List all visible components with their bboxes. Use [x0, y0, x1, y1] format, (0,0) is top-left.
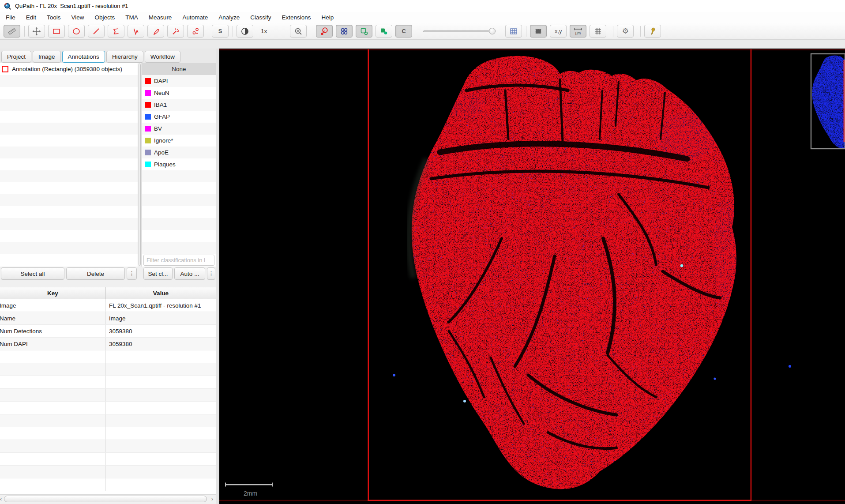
show-detections-button[interactable]	[356, 25, 372, 38]
pixel-classification-button[interactable]: C	[395, 25, 412, 38]
menu-measure[interactable]: Measure	[145, 12, 176, 23]
filter-classifications-input[interactable]	[143, 255, 214, 266]
kv-row[interactable]: Num Detections3059380	[0, 325, 216, 338]
menu-tools[interactable]: Tools	[43, 12, 65, 23]
measurement-table-button[interactable]	[505, 25, 522, 38]
class-row-apoe[interactable]: ApoE	[142, 147, 216, 158]
kv-value	[106, 376, 216, 388]
line-tool-button[interactable]	[88, 25, 105, 38]
annotation-scrollbar-thumb[interactable]	[139, 64, 141, 266]
show-grid-button[interactable]	[590, 25, 606, 38]
show-scalebar-button[interactable]: µm	[570, 25, 586, 38]
horizontal-scrollbar-thumb[interactable]	[4, 496, 207, 502]
panel-splitter[interactable]	[216, 49, 219, 504]
kv-row[interactable]: ImageFL 20x_Scan1.qptiff - resolution #1	[0, 299, 216, 312]
magnification-label: 1x	[261, 28, 267, 34]
scroll-right-arrow-icon[interactable]: ›	[210, 495, 215, 504]
wand-tool-button[interactable]	[167, 25, 184, 38]
kv-value	[106, 414, 216, 427]
move-tool-button[interactable]	[4, 25, 20, 38]
kv-key	[0, 402, 106, 414]
ruler-icon	[8, 27, 16, 36]
class-row-plaques[interactable]: Plaques	[142, 158, 216, 170]
class-row-iba1[interactable]: IBA1	[142, 99, 216, 111]
menu-tma[interactable]: TMA	[121, 12, 142, 23]
toolbar-separator	[233, 26, 233, 37]
viewer-canvas[interactable]: 2mm	[219, 49, 845, 504]
points-tool-button[interactable]	[187, 25, 204, 38]
kv-empty-row	[0, 350, 216, 363]
kv-empty-row	[0, 363, 216, 376]
tab-hierarchy[interactable]: Hierarchy	[106, 51, 143, 63]
class-row-neun[interactable]: NeuN	[142, 87, 216, 99]
measurement-map-icon	[534, 27, 543, 36]
menu-view[interactable]: View	[68, 12, 88, 23]
pan-tool-button[interactable]	[28, 25, 45, 38]
kv-key: Image	[0, 299, 106, 312]
empty-row	[142, 242, 216, 254]
empty-row	[0, 170, 138, 182]
menu-automate[interactable]: Automate	[178, 12, 212, 23]
class-row-bv[interactable]: BV	[142, 123, 216, 135]
horizontal-scrollbar[interactable]: ‹ ›	[0, 494, 216, 503]
menu-analyze[interactable]: Analyze	[214, 12, 244, 23]
scalebar-icon-um-label: µm	[575, 30, 581, 35]
annotation-list-scrollbar[interactable]	[138, 63, 142, 267]
action-button-row: Select all Delete ⋮ Set cl... Auto ... ⋮	[0, 267, 216, 281]
class-more-button[interactable]: ⋮	[207, 267, 215, 280]
class-row-dapi[interactable]: DAPI	[142, 75, 216, 87]
tab-image[interactable]: Image	[33, 51, 61, 63]
menu-objects[interactable]: Objects	[91, 12, 119, 23]
annotation-list-item[interactable]: Annotation (Rectangle) (3059380 objects)	[0, 63, 138, 75]
opacity-slider-thumb[interactable]	[489, 28, 496, 34]
kv-row[interactable]: Num DAPI3059380	[0, 338, 216, 350]
menu-edit[interactable]: Edit	[22, 12, 40, 23]
main-toolbar: S 1x	[0, 23, 845, 40]
menu-file[interactable]: File	[2, 12, 19, 23]
line-icon	[92, 27, 101, 36]
fill-detections-button[interactable]	[376, 25, 392, 38]
auto-set-button[interactable]: Auto ...	[174, 267, 205, 280]
polyline-tool-button[interactable]	[128, 25, 144, 38]
rectangle-tool-button[interactable]	[48, 25, 65, 38]
class-row-gfap[interactable]: GFAP	[142, 111, 216, 123]
analysis-pin-button[interactable]	[644, 25, 661, 38]
selection-mode-button[interactable]: S	[212, 25, 229, 38]
show-annotations-button[interactable]	[316, 25, 333, 38]
preferences-button[interactable]: ⚙	[617, 25, 634, 38]
brush-tool-button[interactable]	[147, 25, 164, 38]
show-tma-grid-button[interactable]	[336, 25, 353, 38]
opacity-slider[interactable]	[421, 25, 496, 38]
scroll-left-arrow-icon[interactable]: ‹	[0, 495, 4, 504]
kv-empty-row	[0, 440, 216, 453]
class-row-none[interactable]: None	[142, 63, 216, 75]
brightness-contrast-button[interactable]	[237, 25, 253, 38]
annotation-more-button[interactable]: ⋮	[127, 267, 137, 280]
delete-button[interactable]: Delete	[66, 267, 125, 280]
empty-row	[0, 135, 138, 147]
polygon-tool-button[interactable]	[108, 25, 124, 38]
tab-annotations[interactable]: Annotations	[62, 51, 105, 63]
tab-project[interactable]: Project	[1, 51, 31, 63]
menu-extensions[interactable]: Extensions	[278, 12, 315, 23]
magnifier-icon	[294, 27, 303, 36]
select-all-button[interactable]: Select all	[1, 267, 64, 280]
show-cursor-location-button[interactable]: x,y	[550, 25, 567, 38]
kv-key	[0, 350, 106, 363]
toolbar-separator	[613, 26, 613, 37]
measurement-map-button[interactable]	[530, 25, 547, 38]
blue-dot	[714, 377, 716, 380]
tab-workflow[interactable]: Workflow	[145, 51, 180, 63]
gear-icon: ⚙	[622, 26, 629, 36]
kv-empty-row	[0, 376, 216, 389]
menu-help[interactable]: Help	[318, 12, 338, 23]
menu-classify[interactable]: Classify	[246, 12, 275, 23]
overview-thumbnail[interactable]	[811, 54, 845, 149]
set-class-button[interactable]: Set cl...	[143, 267, 173, 280]
ellipse-tool-button[interactable]	[68, 25, 85, 38]
zoom-to-fit-button[interactable]	[290, 25, 307, 38]
class-row-ignore[interactable]: Ignore*	[142, 135, 216, 147]
kv-row[interactable]: NameImage	[0, 312, 216, 325]
class-color-chip	[145, 114, 151, 120]
kv-empty-row	[0, 427, 216, 440]
